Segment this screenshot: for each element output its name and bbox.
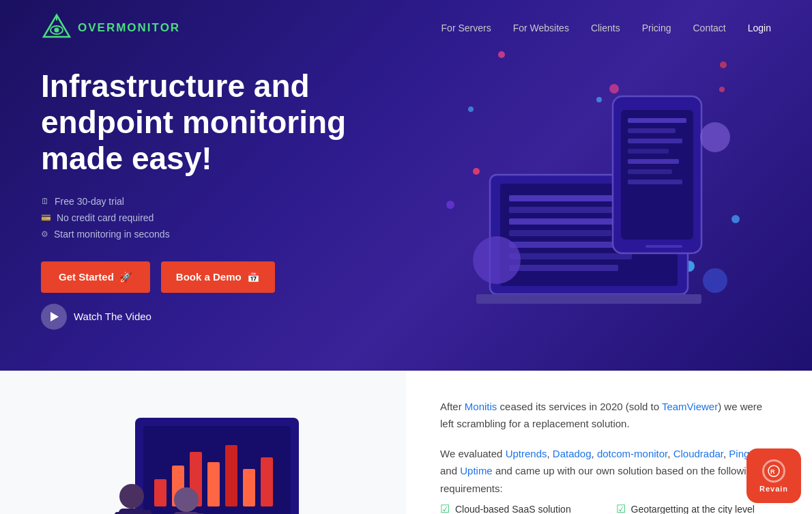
play-triangle-icon xyxy=(50,312,59,322)
svg-point-37 xyxy=(731,215,740,223)
svg-rect-20 xyxy=(509,265,618,271)
svg-rect-17 xyxy=(509,230,611,236)
svg-rect-53 xyxy=(142,510,151,514)
review-paragraph-2: We evaluated Uptrends, Datadog, dotcom-m… xyxy=(440,445,778,498)
rocket-icon: 🚀 xyxy=(119,271,132,283)
svg-rect-44 xyxy=(207,462,220,506)
revain-logo-icon: R xyxy=(767,464,781,478)
gear-icon: ⚙ xyxy=(41,229,48,239)
nav-contact[interactable]: Contact xyxy=(693,23,725,33)
svg-point-32 xyxy=(473,236,521,284)
svg-rect-15 xyxy=(509,207,625,213)
nav-for-servers[interactable]: For Servers xyxy=(441,23,491,33)
svg-point-38 xyxy=(719,87,725,92)
svg-point-33 xyxy=(700,122,730,152)
nav-pricing[interactable]: Pricing xyxy=(642,23,671,33)
svg-rect-28 xyxy=(628,159,679,164)
uptrends-link[interactable]: Uptrends xyxy=(506,448,547,459)
calendar-icon: 🗓 xyxy=(41,197,49,206)
svg-rect-46 xyxy=(243,469,255,506)
calendar-small-icon: 📅 xyxy=(247,271,260,283)
svg-rect-30 xyxy=(628,180,682,184)
revain-widget[interactable]: R Revain xyxy=(746,448,801,503)
book-demo-button[interactable]: Book a Demo 📅 xyxy=(161,261,275,293)
revain-icon: R xyxy=(762,459,785,483)
nav-for-websites[interactable]: For Websites xyxy=(513,23,569,33)
uptime-link[interactable]: Uptime xyxy=(460,465,493,476)
cloudradar-link[interactable]: Cloudradar xyxy=(673,448,723,459)
navbar: OVERMONITOR For Servers For Websites Cli… xyxy=(0,0,812,56)
svg-rect-45 xyxy=(225,445,237,506)
svg-point-50 xyxy=(119,484,144,509)
watch-video-button[interactable]: Watch The Video xyxy=(41,304,151,330)
hero-buttons: Get Started 🚀 Book a Demo 📅 Watch The Vi… xyxy=(41,261,396,330)
lower-illustration xyxy=(81,397,326,514)
nav-login[interactable]: Login xyxy=(748,23,771,33)
svg-rect-29 xyxy=(628,169,672,174)
nav-clients[interactable]: Clients xyxy=(591,23,620,33)
svg-point-35 xyxy=(473,168,480,175)
svg-point-54 xyxy=(174,487,199,512)
card-icon: 💳 xyxy=(41,213,51,223)
svg-rect-21 xyxy=(476,294,701,304)
svg-rect-31 xyxy=(646,245,682,248)
monitis-link[interactable]: Monitis xyxy=(465,401,497,412)
logo-icon xyxy=(41,12,72,44)
nav-links: For Servers For Websites Clients Pricing… xyxy=(441,22,771,34)
check-item-geo: ☑ Geotargetting at the city level xyxy=(616,502,779,514)
svg-point-2 xyxy=(55,28,59,33)
hero-title: Infrastructure and endpoint monitoring m… xyxy=(41,68,396,177)
svg-point-36 xyxy=(596,97,602,102)
svg-rect-19 xyxy=(509,253,632,259)
logo[interactable]: OVERMONITOR xyxy=(41,12,180,44)
svg-rect-27 xyxy=(628,149,669,154)
datadog-link[interactable]: Datadog xyxy=(553,448,592,459)
svg-rect-25 xyxy=(628,128,676,133)
svg-point-34 xyxy=(703,268,727,293)
svg-rect-47 xyxy=(261,457,273,506)
feature-trial: 🗓 Free 30-day trial xyxy=(41,196,396,207)
lower-section: After Monitis ceased its services in 202… xyxy=(0,371,812,514)
hero-content: Infrastructure and endpoint monitoring m… xyxy=(41,68,396,330)
review-paragraph-1: After Monitis ceased its services in 202… xyxy=(440,398,778,433)
get-started-button[interactable]: Get Started 🚀 xyxy=(41,261,150,293)
check-icon-saas: ☑ xyxy=(440,502,450,514)
feature-monitoring: ⚙ Start monitoring in seconds xyxy=(41,229,396,240)
lower-illustration-area xyxy=(0,371,406,514)
play-circle xyxy=(41,304,67,330)
checklist: ☑ Cloud-based SaaS solution ☑ Geotargett… xyxy=(440,502,778,514)
svg-rect-41 xyxy=(154,479,166,506)
feature-no-card: 💳 No credit card required xyxy=(41,212,396,223)
check-icon-geo: ☑ xyxy=(616,502,626,514)
revain-label: Revain xyxy=(759,485,788,493)
hero-features: 🗓 Free 30-day trial 💳 No credit card req… xyxy=(41,196,396,240)
teamviewer-link[interactable]: TeamViewer xyxy=(662,401,718,412)
check-item-saas: ☑ Cloud-based SaaS solution xyxy=(440,502,603,514)
dotcommonitor-link[interactable]: dotcom-monitor xyxy=(597,448,667,459)
svg-rect-24 xyxy=(628,118,686,123)
device-illustration xyxy=(435,62,742,308)
svg-text:R: R xyxy=(770,468,775,475)
logo-text: OVERMONITOR xyxy=(78,21,180,35)
svg-rect-26 xyxy=(628,139,682,143)
